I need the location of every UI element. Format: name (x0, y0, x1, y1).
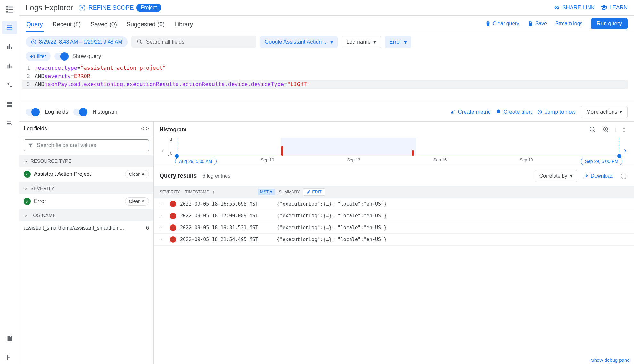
plus-filter-pill[interactable]: +1 filter (26, 52, 51, 61)
svg-point-1 (81, 7, 83, 9)
svg-text:+: + (10, 335, 12, 338)
field-item-error[interactable]: ✓ Error Clear ✕ (19, 194, 153, 209)
expand-icon[interactable]: › (160, 213, 166, 219)
histogram-prev-icon[interactable]: ‹ (160, 144, 166, 157)
row-summary: {"executionLog":{…}, "locale":"en-US"} (277, 201, 628, 207)
tab-suggested[interactable]: Suggested (0) (126, 18, 165, 32)
chevron-down-icon: ⌄ (24, 185, 28, 191)
expand-icon[interactable] (620, 125, 628, 134)
col-summary: SUMMARY EDIT (279, 188, 628, 196)
table-row[interactable]: ›!!2022-09-05 18:21:54.495 MST{"executio… (154, 234, 634, 246)
alert-icon (496, 109, 501, 115)
col-timestamp[interactable]: TIMESTAMP ↑ MST ▾ (185, 189, 275, 195)
clear-chip[interactable]: Clear ✕ (125, 197, 149, 206)
page-title: Logs Explorer (26, 3, 73, 12)
clear-chip[interactable]: Clear ✕ (125, 170, 149, 178)
severity-dropdown-label: Error (389, 39, 401, 45)
learn-button[interactable]: LEARN (600, 4, 628, 11)
zoom-in-icon[interactable] (601, 125, 611, 134)
log-fields-title: Log fields (24, 125, 47, 132)
download-button[interactable]: Download (583, 173, 613, 179)
resource-dropdown[interactable]: Google Assistant Action ... ▾ (260, 36, 338, 48)
log-fields-toggle[interactable] (26, 109, 40, 116)
save-button[interactable]: Save (528, 21, 547, 27)
tab-query[interactable]: Query (26, 18, 44, 32)
expand-icon[interactable]: › (160, 201, 166, 207)
show-debug-panel-link[interactable]: Show debug panel (591, 357, 631, 363)
create-alert-button[interactable]: Create alert (496, 109, 532, 115)
correlate-label: Correlate by (539, 173, 567, 179)
nav-logs-icon[interactable] (2, 21, 17, 34)
check-icon: ✓ (24, 171, 31, 178)
group-header-label: LOG NAME (30, 213, 56, 218)
chevron-down-icon: ▾ (373, 39, 376, 45)
refine-scope-label: REFINE SCOPE (88, 4, 134, 11)
field-search-input[interactable]: Search fields and values (24, 139, 149, 151)
nav-dashboards-icon[interactable] (2, 40, 17, 53)
edit-summary-button[interactable]: EDIT (303, 188, 325, 196)
panel-resize-icon[interactable]: < > (141, 125, 149, 132)
pencil-icon (307, 190, 311, 194)
nav-storage-icon[interactable] (2, 98, 17, 111)
fullscreen-icon[interactable] (619, 172, 628, 181)
group-header-resource-type[interactable]: ⌄RESOURCE TYPE (19, 155, 153, 167)
table-row[interactable]: ›!!2022-09-05 18:16:55.698 MST{"executio… (154, 198, 634, 210)
tab-library[interactable]: Library (174, 18, 193, 32)
nav-router-icon[interactable] (2, 79, 17, 92)
more-actions-button[interactable]: More actions ▾ (581, 106, 628, 118)
show-query-toggle[interactable] (54, 53, 69, 60)
chevron-down-icon: ▾ (570, 173, 572, 179)
clear-query-label: Clear query (493, 21, 519, 27)
query-editor[interactable]: 1resource.type = "assistant_action_proje… (19, 64, 634, 102)
field-item-assistant-action-project[interactable]: ✓ Assistant Action Project Clear ✕ (19, 167, 153, 182)
expand-icon[interactable]: › (160, 237, 166, 242)
link-icon (553, 4, 560, 11)
group-header-log-name[interactable]: ⌄LOG NAME (19, 209, 153, 221)
histogram-next-icon[interactable]: › (622, 144, 628, 157)
search-all-fields-input[interactable]: Search all fields (131, 36, 256, 48)
results-count: 6 log entries (202, 173, 230, 179)
run-query-button[interactable]: Run query (591, 18, 628, 29)
start-date-pill[interactable]: Aug 29, 5:00 AM (175, 158, 217, 165)
nav-metrics-icon[interactable] (2, 60, 17, 72)
tab-saved[interactable]: Saved (0) (90, 18, 117, 32)
resource-dropdown-label: Google Assistant Action ... (265, 39, 328, 45)
field-item-label: Assistant Action Project (34, 171, 91, 177)
nav-notes-icon[interactable]: + (2, 332, 17, 345)
refine-scope-button[interactable]: REFINE SCOPE Project (79, 4, 161, 12)
expand-icon[interactable]: › (160, 225, 166, 231)
results-title: Query results (160, 173, 197, 179)
svg-point-3 (137, 40, 141, 43)
logname-row[interactable]: assistant_smarthome/assistant_smarthom..… (19, 221, 153, 235)
timezone-chip[interactable]: MST ▾ (258, 189, 275, 195)
correlate-by-dropdown[interactable]: Correlate by▾ (535, 170, 577, 182)
row-timestamp: 2022-09-05 18:21:54.495 MST (180, 237, 273, 242)
table-row[interactable]: ›!!2022-09-05 18:19:31.521 MST{"executio… (154, 222, 634, 234)
histogram-toggle-label: Histogram (93, 109, 117, 115)
logname-dropdown[interactable]: Log name ▾ (342, 36, 381, 48)
zoom-out-icon[interactable] (588, 125, 597, 134)
jump-to-now-label: Jump to now (545, 109, 575, 115)
histogram-chart[interactable]: 40 Sep 7Sep 10Sep 13Sep 16Sep 19Sep 22 A… (169, 138, 619, 163)
jump-to-now-button[interactable]: Jump to now (537, 109, 575, 115)
clear-query-button[interactable]: Clear query (485, 21, 519, 27)
log-fields-header: Log fields < > (19, 122, 153, 136)
left-nav: + (0, 0, 19, 364)
nav-analytics-icon[interactable] (2, 117, 17, 130)
col-severity[interactable]: SEVERITY (160, 190, 181, 194)
group-header-severity[interactable]: ⌄SEVERITY (19, 182, 153, 194)
edit-label: EDIT (312, 190, 322, 194)
create-metric-button[interactable]: Create metric (450, 109, 490, 115)
timezone-label: MST (260, 190, 269, 194)
tab-recent[interactable]: Recent (5) (52, 18, 82, 32)
nav-expand-icon[interactable] (2, 351, 17, 364)
share-link-button[interactable]: SHARE LINK (553, 4, 595, 11)
time-range-pill[interactable]: 8/29/22, 8:48 AM – 9/29/22, 9:48 AM (26, 36, 128, 47)
table-row[interactable]: ›!!2022-09-05 18:17:00.089 MST{"executio… (154, 210, 634, 222)
severity-dropdown[interactable]: Error ▾ (385, 36, 411, 48)
download-label: Download (591, 173, 613, 179)
log-fields-toggle-label: Log fields (45, 109, 68, 115)
end-date-pill[interactable]: Sep 29, 5:00 PM (581, 158, 622, 165)
stream-logs-button[interactable]: Stream logs (555, 21, 582, 27)
histogram-toggle[interactable] (73, 109, 87, 116)
